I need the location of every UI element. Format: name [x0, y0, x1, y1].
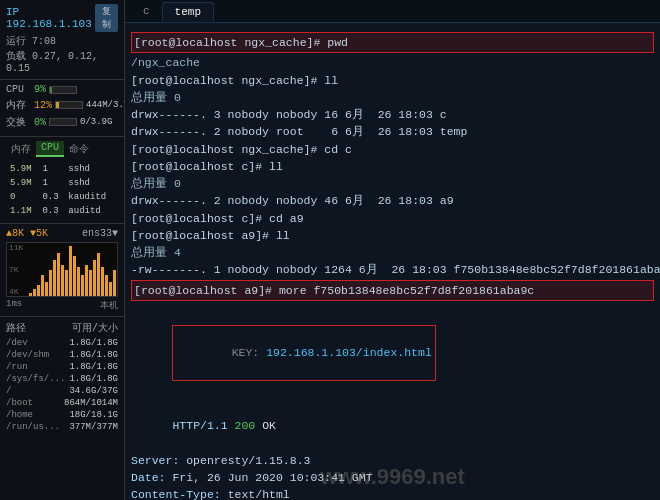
load-label: 负载 0.27, 0.12, 0.15 — [6, 51, 98, 74]
http-version: HTTP/1.1 — [172, 419, 234, 432]
terminal-line-total2: 总用量 0 — [131, 175, 654, 192]
graph-up-label: ▲8K ▼5K — [6, 228, 48, 239]
terminal-tabs: c temp — [125, 0, 660, 23]
graph-bar — [81, 275, 84, 296]
graph-bar — [89, 270, 92, 296]
memory-label: 内存 — [6, 98, 34, 112]
terminal-line-total3: 总用量 4 — [131, 244, 654, 261]
graph-bar — [65, 270, 68, 296]
resource-section: CPU 9% 内存 12% 444M/3.7G 交换 0% 0/3.9G — [0, 80, 124, 137]
tab-temp[interactable]: temp — [162, 2, 214, 22]
graph-section: ▲8K ▼5K ens33▼ 11K 7K 4K 1ms 本机 — [0, 224, 124, 317]
route-run: /run 1.8G/1.8G — [6, 362, 118, 372]
left-panel: IP 192.168.1.103 复制 运行 7:08 负载 0.27, 0.1… — [0, 0, 125, 500]
route-dev: /dev 1.8G/1.8G — [6, 338, 118, 348]
route-size: 1.8G/1.8G — [69, 362, 118, 372]
cpu-bar-wrap — [49, 86, 77, 94]
graph-bar — [105, 275, 108, 296]
key-label: KEY: — [232, 346, 267, 359]
memory-row: 内存 12% 444M/3.7G — [6, 98, 118, 112]
route-boot: /boot 864M/1014M — [6, 398, 118, 408]
terminal-line-ll2: [root@localhost c]# ll — [131, 158, 654, 175]
exchange-bar-wrap — [49, 118, 77, 126]
terminal-line-http-status: HTTP/1.1 200 OK — [131, 400, 654, 452]
terminal-line-pwd-prompt: [root@localhost ngx_cache]# pwd — [131, 32, 654, 53]
route-path: /dev/shm — [6, 350, 49, 360]
graph-header: ▲8K ▼5K ens33▼ — [6, 228, 118, 239]
copy-button[interactable]: 复制 — [95, 4, 118, 32]
graph-bar — [49, 270, 52, 296]
routes-path-header: 路径 — [6, 321, 26, 335]
exchange-row: 交换 0% 0/3.9G — [6, 115, 118, 129]
cpu-bar-fill — [50, 87, 52, 93]
route-size: 377M/377M — [69, 422, 118, 432]
proc-mem: 5.9M — [8, 177, 38, 189]
ip-section: IP 192.168.1.103 复制 运行 7:08 负载 0.27, 0.1… — [0, 0, 124, 80]
route-root: / 34.6G/37G — [6, 386, 118, 396]
key-value: 192.168.1.103/index.html — [266, 346, 432, 359]
tab-memory[interactable]: 内存 — [6, 141, 36, 157]
tab-command[interactable]: 命令 — [64, 141, 94, 157]
proc-name: sshd — [66, 177, 116, 189]
http-status-code: 200 — [235, 419, 256, 432]
terminal-line-more-prompt: [root@localhost a9]# more f750b13848e8bc… — [131, 280, 654, 301]
exchange-percent: 0% — [34, 117, 46, 128]
cpu-percent: 9% — [34, 84, 46, 95]
terminal-line-content-type: Content-Type: text/html — [131, 486, 654, 500]
terminal-content: [root@localhost ngx_cache]# pwd /ngx_cac… — [131, 27, 654, 500]
table-row: 0 0.3 kauditd — [8, 191, 116, 203]
tab-c[interactable]: c — [131, 2, 162, 22]
tab-cpu[interactable]: CPU — [36, 141, 64, 157]
graph-y-11k: 11K — [9, 243, 23, 252]
proc-name: kauditd — [66, 191, 116, 203]
graph-bar — [85, 265, 88, 296]
route-path: /boot — [6, 398, 33, 408]
ip-row: IP 192.168.1.103 复制 — [6, 4, 118, 32]
terminal-line-cdc: [root@localhost ngx_cache]# cd c — [131, 141, 654, 158]
terminal-line-ll3: [root@localhost a9]# ll — [131, 227, 654, 244]
table-row: 1.1M 0.3 auditd — [8, 205, 116, 217]
terminal-line-dir-a9: drwx------. 2 nobody nobody 46 6月 26 18:… — [131, 192, 654, 209]
proc-cpu: 0.3 — [40, 191, 64, 203]
graph-bar — [93, 260, 96, 296]
graph-time: 1ms — [6, 299, 22, 312]
proc-mem: 1.1M — [8, 205, 38, 217]
exchange-value: 0/3.9G — [80, 117, 112, 127]
routes-section: 路径 可用/大小 /dev 1.8G/1.8G /dev/shm 1.8G/1.… — [0, 317, 124, 500]
route-path: /run/us... — [6, 422, 60, 432]
graph-bar — [29, 293, 32, 296]
graph-footer: 1ms 本机 — [6, 299, 118, 312]
graph-bar — [45, 282, 48, 296]
proc-mem: 5.9M — [8, 163, 38, 175]
graph-area: 11K 7K 4K — [6, 242, 118, 297]
graph-bar — [33, 289, 36, 296]
route-size: 34.6G/37G — [69, 386, 118, 396]
table-row: 5.9M 1 sshd — [8, 163, 116, 175]
routes-header: 路径 可用/大小 — [6, 321, 118, 335]
graph-bar — [73, 256, 76, 296]
terminal-line-server: Server: openresty/1.15.8.3 — [131, 452, 654, 469]
runtime-label: 运行 7:08 — [6, 36, 56, 47]
graph-host: 本机 — [100, 299, 118, 312]
load-row: 负载 0.27, 0.12, 0.15 — [6, 49, 118, 74]
graph-y-7k: 7K — [9, 265, 23, 274]
terminal-line-total1: 总用量 0 — [131, 89, 654, 106]
route-home: /home 18G/18.1G — [6, 410, 118, 420]
table-row: 5.9M 1 sshd — [8, 177, 116, 189]
graph-bar — [57, 253, 60, 296]
route-size: 1.8G/1.8G — [69, 374, 118, 384]
runtime-row: 运行 7:08 — [6, 34, 118, 48]
graph-bar — [109, 282, 112, 296]
route-path: /home — [6, 410, 33, 420]
terminal-line-cda9: [root@localhost c]# cd a9 — [131, 210, 654, 227]
route-path: / — [6, 386, 11, 396]
cpu-label: CPU — [6, 84, 34, 95]
graph-bar — [117, 265, 118, 296]
graph-bar — [113, 270, 116, 296]
graph-y-4k: 4K — [9, 287, 23, 296]
graph-bars — [29, 243, 117, 296]
route-runus: /run/us... 377M/377M — [6, 422, 118, 432]
route-path: /sys/fs/... — [6, 374, 65, 384]
graph-bar — [77, 267, 80, 296]
graph-bar — [61, 265, 64, 296]
